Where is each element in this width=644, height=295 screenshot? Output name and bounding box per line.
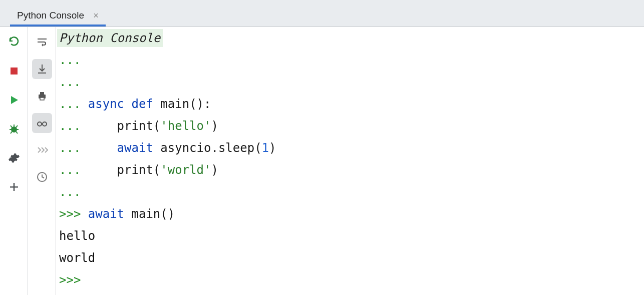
- svg-point-19: [43, 122, 47, 126]
- stop-button[interactable]: [4, 61, 24, 81]
- tab-python-console[interactable]: Python Console ×: [10, 6, 106, 26]
- console-line: ...: [57, 71, 644, 93]
- tab-bar: Python Console ×: [0, 0, 644, 27]
- rerun-icon: [8, 36, 20, 48]
- soft-wrap-icon: [36, 36, 48, 48]
- console-line: ... print('hello'): [57, 115, 644, 137]
- svg-line-6: [11, 126, 12, 128]
- scroll-end-icon: [36, 63, 48, 75]
- command-queue-button[interactable]: [32, 140, 52, 160]
- svg-line-7: [16, 126, 18, 128]
- command-queue-icon: [36, 144, 48, 156]
- close-icon[interactable]: ×: [93, 10, 99, 21]
- debug-button[interactable]: [4, 119, 24, 139]
- svg-rect-16: [40, 92, 44, 94]
- print-button[interactable]: [32, 86, 52, 106]
- console-line: >>> await main(): [57, 203, 644, 225]
- left-toolbar: [0, 27, 28, 295]
- bug-icon: [8, 123, 20, 135]
- print-icon: [36, 90, 48, 102]
- plus-icon: [8, 181, 20, 193]
- scroll-to-end-button[interactable]: [32, 59, 52, 79]
- console-title: Python Console: [57, 29, 163, 47]
- run-icon: [8, 94, 20, 106]
- console-line: ... async def main():: [57, 93, 644, 115]
- add-button[interactable]: [4, 177, 24, 197]
- svg-rect-0: [11, 68, 18, 74]
- console-line: ... await asyncio.sleep(1): [57, 137, 644, 159]
- console-line: ... print('world'): [57, 159, 644, 181]
- console-body: Python Console ......... async def main(…: [0, 27, 644, 295]
- gear-icon: [8, 152, 20, 164]
- tab-label: Python Console: [17, 10, 84, 21]
- stop-icon: [8, 65, 20, 77]
- history-icon: [36, 171, 48, 183]
- settings-button[interactable]: [4, 148, 24, 168]
- glasses-icon: [36, 117, 48, 129]
- console-output[interactable]: Python Console ......... async def main(…: [56, 27, 644, 295]
- svg-marker-1: [11, 96, 18, 104]
- svg-line-9: [16, 132, 18, 134]
- right-toolbar: [28, 27, 56, 295]
- console-line: ...: [57, 49, 644, 71]
- history-button[interactable]: [32, 167, 52, 187]
- rerun-button[interactable]: [4, 32, 24, 52]
- run-button[interactable]: [4, 90, 24, 110]
- soft-wrap-button[interactable]: [32, 32, 52, 52]
- svg-rect-17: [40, 98, 44, 100]
- svg-point-18: [38, 122, 42, 126]
- console-line: world: [57, 247, 644, 269]
- show-vars-button[interactable]: [32, 113, 52, 133]
- console-line: hello: [57, 225, 644, 247]
- console-line: ...: [57, 181, 644, 203]
- console-line: >>>: [57, 269, 644, 291]
- svg-point-2: [12, 127, 17, 132]
- svg-line-8: [11, 132, 12, 134]
